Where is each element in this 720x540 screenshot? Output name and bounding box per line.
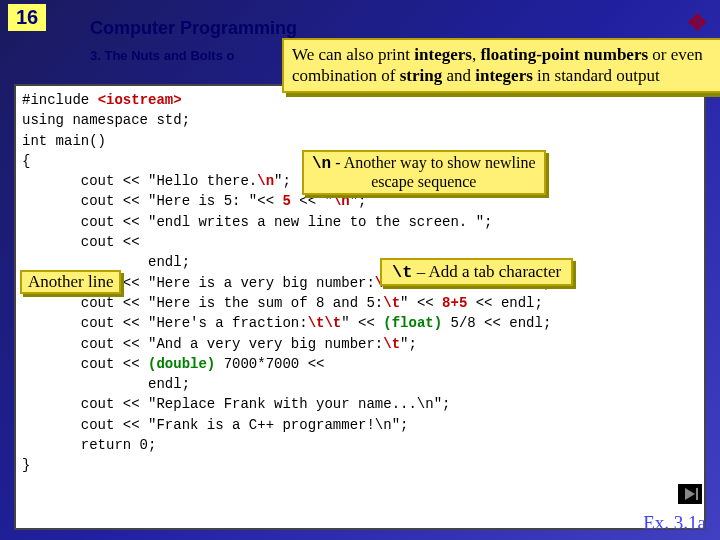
callout-tab: \t – Add a tab character <box>380 258 573 286</box>
page-title: Computer Programming <box>90 18 297 39</box>
next-button[interactable] <box>678 484 702 504</box>
callout-another-line: Another line <box>20 270 121 294</box>
callout-newline: \n - Another way to show newline escape … <box>302 150 546 195</box>
page-number: 16 <box>8 4 46 31</box>
logo-icon: ✥ <box>688 10 706 36</box>
exercise-label: Ex. 3.1a <box>643 512 706 534</box>
callout-output-types: We can also print integers, floating-poi… <box>282 38 720 93</box>
section-label: 3. The Nuts and Bolts o <box>90 48 234 63</box>
